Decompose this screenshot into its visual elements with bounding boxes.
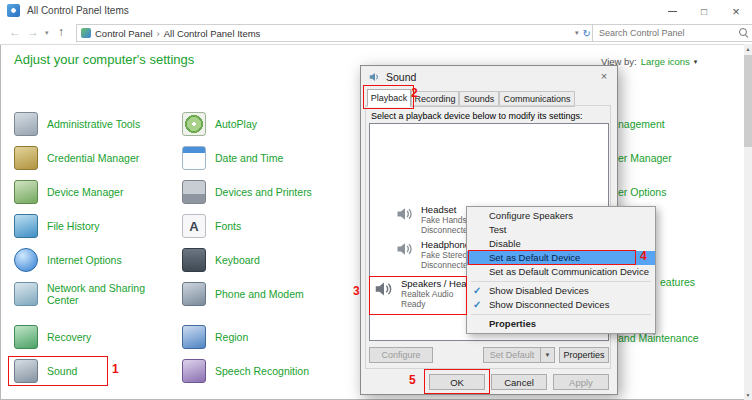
administrative-tools-icon [14,112,38,136]
item-label[interactable]: Administrative Tools [47,118,140,130]
search-input[interactable] [597,27,739,39]
item-label[interactable]: Date and Time [215,152,283,164]
maximize-button[interactable] [688,0,720,22]
item-date-and-time[interactable]: Date and Time [182,146,334,170]
menu-item-set-as-default-communication-device[interactable]: Set as Default Communication Device [467,265,655,279]
item-label[interactable]: AutoPlay [215,118,257,130]
menu-item-show-disabled-devices[interactable]: Show Disabled Devices [467,284,655,298]
item-keyboard[interactable]: Keyboard [182,248,334,272]
breadcrumb-root[interactable]: Control Panel [95,28,153,39]
search-box[interactable] [592,24,752,42]
item-label[interactable]: Network and Sharing Center [47,282,166,306]
item-label[interactable]: Speech Recognition [215,365,309,377]
vertical-scrollbar[interactable] [744,44,752,400]
item-device-manager[interactable]: Device Manager [14,180,166,204]
back-icon[interactable] [9,25,21,39]
menu-separator [471,281,651,282]
item-speech-recognition[interactable]: Speech Recognition [182,359,334,383]
item-label[interactable]: File History [47,220,100,232]
item-label[interactable]: Fonts [215,220,241,232]
devices-printers-icon [182,180,206,204]
search-icon[interactable] [739,28,749,38]
item-label[interactable]: Devices and Printers [215,186,312,198]
annotation-number-3: 3 [353,284,360,298]
item-fragment[interactable]: eatures [660,276,695,288]
recovery-icon [14,325,38,349]
window-title: All Control Panel Items [27,5,129,16]
item-label[interactable]: Keyboard [215,254,260,266]
menu-item-properties[interactable]: Properties [467,317,655,331]
item-internet-options[interactable]: Internet Options [14,248,166,272]
menu-item-configure-speakers[interactable]: Configure Speakers [467,209,655,223]
sound-icon [14,359,38,383]
set-default-button[interactable]: Set Default [483,347,555,363]
item-label[interactable]: Internet Options [47,254,122,266]
file-history-icon [14,214,38,238]
item-label[interactable]: Device Manager [47,186,123,198]
item-fonts[interactable]: Fonts [182,214,334,238]
item-label[interactable]: Region [215,331,248,343]
refresh-icon[interactable] [583,28,591,39]
item-network-sharing-center[interactable]: Network and Sharing Center [14,282,166,306]
minimize-button[interactable] [656,0,688,22]
credential-manager-icon [14,146,38,170]
forward-icon[interactable] [27,25,39,39]
device-headphones[interactable]: Headphones Fake Stereo Disconnected [395,239,475,270]
menu-item-test[interactable]: Test [467,223,655,237]
apply-button[interactable]: Apply [553,374,609,390]
device-manager-icon [14,180,38,204]
item-fragment[interactable]: er Options [618,186,666,198]
item-region[interactable]: Region [182,325,334,349]
item-credential-manager[interactable]: Credential Manager [14,146,166,170]
control-panel-window: All Control Panel Items Control Panel Al… [0,0,752,400]
view-by-dropdown-icon[interactable] [694,58,698,66]
item-fragment[interactable]: er Manager [618,152,672,164]
page-title: Adjust your computer's settings [14,52,194,67]
menu-item-disable[interactable]: Disable [467,237,655,251]
menu-item-set-as-default-device[interactable]: Set as Default Device [467,251,655,265]
item-file-history[interactable]: File History [14,214,166,238]
speaker-icon [395,204,415,228]
address-dropdown-icon[interactable] [575,29,579,37]
close-button[interactable] [720,0,752,22]
cancel-button[interactable]: Cancel [491,374,547,390]
item-label[interactable]: Credential Manager [47,152,139,164]
item-autoplay[interactable]: AutoPlay [182,112,334,136]
navigation-bar: Control Panel All Control Panel Items [0,22,752,45]
configure-button[interactable]: Configure [369,347,433,363]
view-by-value[interactable]: Large icons [641,56,690,67]
control-panel-app-icon [7,4,20,17]
history-chevron-icon[interactable] [45,29,49,37]
speaker-icon [395,239,415,263]
item-phone-and-modem[interactable]: Phone and Modem [182,282,334,306]
ok-button[interactable]: OK [429,374,485,390]
item-label[interactable]: Phone and Modem [215,288,304,300]
properties-button[interactable]: Properties [559,347,609,363]
dialog-close-icon[interactable] [595,68,613,84]
scroll-down-icon[interactable] [744,390,752,400]
speech-recognition-icon [182,359,206,383]
breadcrumb-current[interactable]: All Control Panel Items [164,28,261,39]
breadcrumb-folder-icon [81,28,91,38]
item-sound[interactable]: Sound [14,359,166,383]
item-fragment[interactable]: nagement [618,118,665,130]
breadcrumb-separator-icon [157,28,160,39]
tab-playback[interactable]: Playback [367,89,411,107]
item-recovery[interactable]: Recovery [14,325,166,349]
item-label[interactable]: Recovery [47,331,91,343]
keyboard-icon [182,248,206,272]
set-default-dropdown-icon[interactable] [540,348,554,362]
menu-separator [471,314,651,315]
titlebar: All Control Panel Items [0,0,752,23]
scroll-up-icon[interactable] [744,44,752,54]
phone-modem-icon [182,282,206,306]
menu-item-show-disconnected-devices[interactable]: Show Disconnected Devices [467,298,655,312]
item-devices-and-printers[interactable]: Devices and Printers [182,180,334,204]
breadcrumb[interactable]: Control Panel All Control Panel Items [76,24,596,42]
autoplay-icon [182,112,206,136]
item-administrative-tools[interactable]: Administrative Tools [14,112,166,136]
internet-options-icon [14,248,38,272]
item-label[interactable]: Sound [47,365,77,377]
up-icon[interactable] [58,25,64,39]
scrollbar-thumb[interactable] [744,55,752,147]
